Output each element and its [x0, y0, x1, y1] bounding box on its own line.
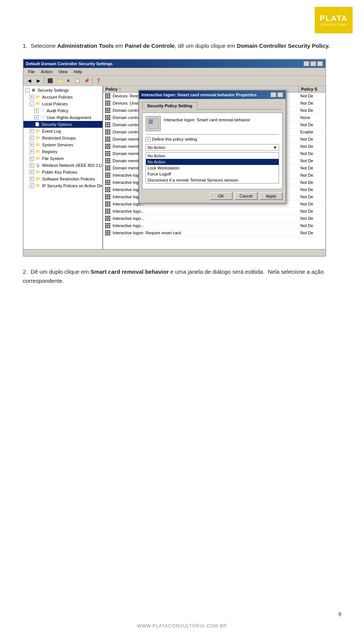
expand-registry[interactable]: + [30, 149, 34, 154]
tree-file-system[interactable]: + 📁 File System [24, 155, 102, 162]
help-button[interactable]: ❓ [94, 77, 102, 85]
forward-button[interactable]: ▶ [34, 77, 42, 85]
restricted-groups-icon: 📁 [35, 135, 41, 141]
policy-settings-icon [147, 118, 159, 129]
list-panel: Policy ↑ Policy S Devices: Restrict flop… [103, 86, 325, 249]
ok-button[interactable]: OK [210, 192, 232, 200]
expand-restricted[interactable]: + [30, 136, 34, 140]
modal-policy-row: Interactive logon: Smart card removal be… [146, 116, 279, 131]
tree-label-userrights: User Rights Assignment [47, 115, 91, 120]
expand-eventlog[interactable]: + [30, 129, 34, 133]
logo: PLATA CONSULTING [315, 7, 353, 33]
expand-userrights[interactable]: + [34, 115, 39, 120]
toolbar-sep2 [92, 77, 93, 85]
modal-tab-security[interactable]: Security Policy Setting [142, 102, 197, 110]
modal-action-list: No Action No Action Lock Workstation For… [146, 152, 279, 184]
wireless-icon: 📡 [35, 162, 41, 168]
modal-overlay: Interactive logon: Smart card removal be… [103, 86, 325, 249]
modal-policy-icon [146, 116, 161, 131]
toolbar-sep1 [44, 77, 44, 85]
minimize-button[interactable]: _ [303, 61, 309, 66]
footer-url: WWW.PLATACONSULTORIA.COM.BR [0, 623, 364, 629]
copy-button[interactable]: 📋 [73, 77, 82, 85]
modal-close-button[interactable]: ✕ [277, 92, 283, 97]
tree-security-options[interactable]: 📄 Security Options [24, 121, 102, 128]
tree-system-services[interactable]: + 📁 System Services [24, 141, 102, 148]
logo-plata: PLATA [320, 14, 348, 23]
menu-help[interactable]: Help [71, 69, 85, 75]
tree-user-rights[interactable]: + 📄 User Rights Assignment [24, 114, 102, 121]
modal-dropdown[interactable]: No Action ▼ [146, 144, 279, 151]
tree-audit-policy[interactable]: + 📄 Audit Policy [24, 107, 102, 114]
tree-local-policies[interactable]: - 📁 Local Policies [24, 100, 102, 107]
tree-label-publickey: Public Key Policies [42, 170, 77, 174]
expand-local[interactable]: - [30, 102, 34, 106]
expand-software[interactable]: + [30, 177, 34, 181]
public-key-icon: 📁 [35, 169, 41, 175]
expand-security[interactable]: - [25, 88, 30, 93]
modal-title: Interactive logon: Smart card removal be… [141, 93, 257, 97]
expand-account[interactable]: + [30, 95, 34, 99]
tree-restricted-groups[interactable]: + 📁 Restricted Groups [24, 135, 102, 141]
expand-publickey[interactable]: + [30, 170, 34, 174]
account-policies-icon: 📁 [35, 94, 41, 100]
tree-event-log[interactable]: + 📁 Event Log [24, 128, 102, 135]
delete-button[interactable]: ✕ [64, 77, 72, 85]
apply-button[interactable]: Apply [260, 192, 282, 200]
tree-label-filesystem: File System [42, 156, 64, 161]
expand-wireless[interactable]: + [30, 163, 34, 168]
tree-wireless[interactable]: + 📡 Wireless Network (IEEE 802.11) P [24, 162, 102, 169]
list-item-forcelogoff[interactable]: Force Logoff [146, 171, 279, 177]
tree-label-local: Local Policies [42, 102, 67, 106]
list-item-noaction1[interactable]: No Action [146, 153, 279, 159]
dropdown-arrow-icon[interactable]: ▼ [273, 145, 277, 150]
paste-button[interactable]: 📌 [82, 77, 91, 85]
menu-action[interactable]: Action [38, 69, 56, 75]
step1-text: 1. Selecione Administration Tools em Pai… [23, 42, 341, 50]
tree-label-wireless: Wireless Network (IEEE 802.11) P [42, 163, 103, 168]
menu-file[interactable]: File [25, 69, 38, 75]
modal-title-buttons[interactable]: ? ✕ [270, 92, 283, 97]
tree-label-restricted: Restricted Groups [42, 136, 76, 140]
list-item-lockworkstation[interactable]: Lock Workstation [146, 165, 279, 171]
expand-audit[interactable]: + [34, 108, 39, 113]
modal-dialog: Interactive logon: Smart card removal be… [138, 90, 286, 204]
menu-view[interactable]: View [55, 69, 71, 75]
folder-button[interactable]: 📁 [55, 77, 63, 85]
tree-label-security: Security Settings [38, 88, 69, 93]
tree-panel: - 🖥 Security Settings + 📁 Account Polici… [24, 86, 103, 249]
menu-bar: File Action View Help [24, 68, 325, 76]
tree-software-restriction[interactable]: + 📁 Software Restriction Policies [24, 176, 102, 182]
list-item-disconnect[interactable]: Disconnect if a remote Terminal Services… [146, 177, 279, 183]
modal-help-button[interactable]: ? [270, 92, 276, 97]
tree-ip-security[interactable]: + 📁 IP Security Policies on Active Dire [24, 182, 102, 189]
modal-buttons: OK Cancel Apply [142, 192, 282, 200]
window-title-buttons[interactable]: _ □ ✕ [303, 61, 323, 66]
tree-label-secoptions: Security Options [41, 122, 72, 127]
window-title: Default Domain Controller Security Setti… [26, 61, 113, 66]
list-item-noaction2[interactable]: No Action [146, 159, 279, 165]
close-button[interactable]: ✕ [317, 61, 323, 66]
tree-registry[interactable]: + 📁 Registry [24, 148, 102, 155]
user-rights-icon: 📄 [39, 115, 46, 121]
tree-label-ipsecurity: IP Security Policies on Active Dire [42, 184, 103, 188]
logo-consulting: CONSULTING [321, 23, 347, 27]
define-policy-checkbox[interactable]: ✓ [146, 137, 151, 142]
up-button[interactable]: ⬛ [46, 77, 54, 85]
tree-label-sysservices: System Services [42, 143, 73, 147]
tree-account-policies[interactable]: + 📁 Account Policies [24, 94, 102, 100]
expand-filesystem[interactable]: + [30, 156, 34, 161]
maximize-button[interactable]: □ [310, 61, 316, 66]
expand-ipsecurity[interactable]: + [30, 184, 34, 188]
tree-label-software: Software Restriction Policies [42, 177, 95, 181]
tree-public-key[interactable]: + 📁 Public Key Policies [24, 169, 102, 176]
define-policy-label: Define this policy setting [152, 137, 197, 141]
modal-checkbox-row[interactable]: ✓ Define this policy setting [146, 137, 279, 142]
tree-security-settings[interactable]: - 🖥 Security Settings [24, 87, 102, 94]
expand-sysservices[interactable]: + [30, 143, 34, 147]
window-body: - 🖥 Security Settings + 📁 Account Polici… [24, 86, 325, 249]
security-options-icon: 📄 [34, 121, 40, 127]
cancel-button[interactable]: Cancel [235, 192, 257, 200]
back-button[interactable]: ◀ [25, 77, 33, 85]
modal-dropdown-area: No Action ▼ No Action No Action Lock Wor… [146, 144, 279, 184]
